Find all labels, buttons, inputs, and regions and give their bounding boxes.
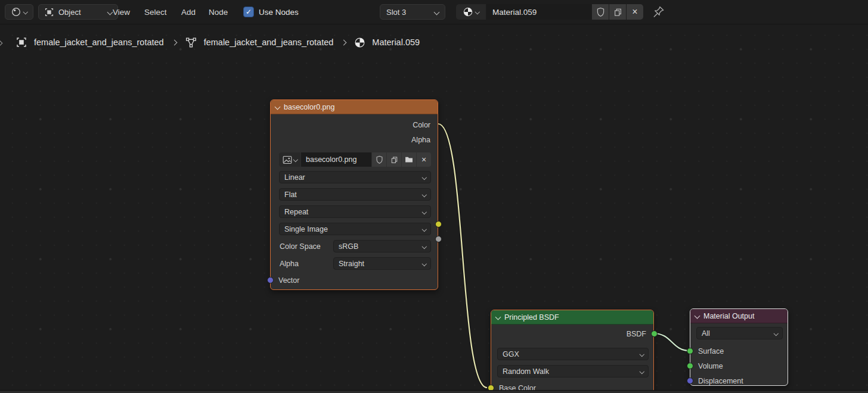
node-image-texture-header[interactable]: basecolor0.png (271, 100, 438, 114)
input-row-surface: Surface (690, 344, 788, 358)
source-dropdown[interactable]: Single Image (279, 223, 431, 235)
menu-select[interactable]: Select (141, 0, 170, 24)
image-fake-user-button[interactable] (372, 152, 386, 167)
checkbox-check-icon[interactable]: ✓ (243, 7, 254, 17)
unlink-material-button[interactable]: × (627, 4, 643, 20)
chevron-down-icon (421, 192, 426, 197)
chevron-down-icon (421, 244, 426, 249)
image-open-button[interactable] (402, 152, 416, 167)
use-nodes-label: Use Nodes (259, 8, 299, 17)
image-duplicate-button[interactable] (387, 152, 401, 167)
shader-editor-icon (11, 7, 21, 17)
node-principled-header[interactable]: Principled BSDF (491, 310, 653, 325)
distribution-dropdown[interactable]: GGX (497, 348, 649, 360)
link-bsdf-to-surface (654, 333, 690, 351)
socket-vector-input[interactable] (267, 277, 274, 283)
chevron-down-icon (421, 175, 426, 180)
collapse-chevron-icon[interactable] (695, 313, 700, 319)
editor-header: Object View Select Add Node ✓ Use Nodes … (0, 0, 868, 24)
link-color-to-basecolor (438, 124, 487, 388)
menu-view[interactable]: View (109, 0, 134, 24)
node-principled-bsdf[interactable]: Principled BSDF BSDF GGX Random Walk Bas… (491, 310, 654, 393)
image-name-field[interactable]: basecolor0.png (301, 152, 371, 167)
collapse-chevron-icon[interactable] (275, 104, 281, 110)
blender-shader-editor: { "header": { "mode_label": "Object", "m… (0, 0, 868, 393)
projection-dropdown[interactable]: Flat (279, 188, 431, 201)
material-selector-group: Material.059 × (456, 4, 643, 20)
output-row-alpha: Alpha (271, 133, 438, 147)
fake-user-button[interactable] (592, 4, 609, 20)
editor-type-dropdown[interactable] (5, 4, 33, 20)
slot-label: Slot 3 (386, 8, 406, 17)
collapse-chevron-icon[interactable] (495, 314, 501, 320)
node-title: Material Output (703, 312, 754, 320)
socket-bsdf-output[interactable] (651, 330, 658, 337)
chevron-down-icon (773, 331, 778, 336)
node-material-output[interactable]: Material Output All Surface Volume Displ… (690, 308, 788, 386)
use-nodes-toggle[interactable]: ✓ Use Nodes (243, 0, 299, 24)
chevron-down-icon (293, 157, 298, 162)
material-name-field[interactable]: Material.059 (486, 4, 591, 20)
editor-resize-handle[interactable] (0, 390, 868, 393)
color-space-label: Color Space (280, 240, 321, 252)
output-target-dropdown[interactable]: All (696, 327, 783, 339)
alpha-mode-label: Alpha (280, 257, 299, 270)
image-datablock-selector: basecolor0.png × (279, 152, 431, 167)
breadcrumb-mesh: female_jacket_and_jeans_rotated (204, 38, 334, 47)
material-sphere-icon (354, 37, 365, 48)
object-icon (44, 7, 54, 17)
breadcrumb-separator-icon (341, 39, 347, 45)
alpha-mode-dropdown[interactable]: Straight (333, 257, 431, 270)
color-space-dropdown[interactable]: sRGB (333, 240, 431, 252)
breadcrumb-separator-icon (171, 39, 177, 45)
extension-dropdown[interactable]: Repeat (279, 205, 431, 218)
sidebar-expand-arrow[interactable] (0, 37, 2, 48)
breadcrumb-material: Material.059 (372, 38, 420, 47)
breadcrumb: female_jacket_and_jeans_rotated female_j… (16, 34, 420, 51)
object-icon (16, 36, 27, 48)
socket-surface-input[interactable] (687, 348, 693, 354)
input-row-displacement: Displacement (690, 374, 788, 388)
input-row-volume: Volume (690, 359, 788, 373)
pin-button[interactable] (652, 5, 665, 18)
chevron-down-icon (421, 227, 426, 232)
pushpin-icon (652, 5, 665, 18)
socket-alpha-output[interactable] (435, 236, 442, 242)
material-sphere-icon (463, 7, 473, 17)
material-slot-dropdown[interactable]: Slot 3 (380, 4, 445, 20)
subsurface-method-dropdown[interactable]: Random Walk (497, 365, 649, 378)
copy-icon (390, 156, 398, 164)
socket-color-output[interactable] (435, 221, 442, 227)
x-icon: × (632, 7, 637, 17)
chevron-down-icon (421, 210, 426, 214)
output-row-bsdf: BSDF (491, 327, 653, 341)
x-icon: × (421, 155, 426, 164)
output-row-color: Color (271, 118, 438, 132)
menu-add[interactable]: Add (178, 0, 199, 24)
socket-displacement-input[interactable] (687, 378, 693, 384)
chevron-down-icon (475, 10, 480, 14)
node-material-output-header[interactable]: Material Output (690, 309, 788, 323)
new-material-button[interactable] (609, 4, 626, 20)
interpolation-dropdown[interactable]: Linear (279, 171, 431, 183)
chevron-down-icon (23, 10, 28, 14)
shading-mode-label: Object (58, 8, 104, 17)
shield-icon (596, 7, 605, 17)
browse-image-dropdown[interactable] (279, 152, 300, 167)
node-title: Principled BSDF (504, 313, 559, 322)
copy-icon (613, 8, 622, 17)
image-unlink-button[interactable]: × (417, 152, 431, 167)
socket-volume-input[interactable] (687, 363, 693, 369)
chevron-down-icon (434, 9, 440, 15)
shield-icon (376, 155, 383, 164)
menu-node[interactable]: Node (205, 0, 231, 24)
folder-icon (405, 156, 413, 163)
breadcrumb-object: female_jacket_and_jeans_rotated (34, 38, 164, 47)
node-title: basecolor0.png (284, 103, 334, 111)
image-icon (283, 155, 292, 164)
browse-material-dropdown[interactable] (456, 4, 486, 20)
node-image-texture[interactable]: basecolor0.png Color Alpha basecolor0.pn… (270, 99, 438, 290)
mesh-data-icon (185, 36, 197, 49)
shading-mode-dropdown[interactable]: Object (38, 4, 118, 20)
chevron-down-icon (639, 369, 644, 374)
